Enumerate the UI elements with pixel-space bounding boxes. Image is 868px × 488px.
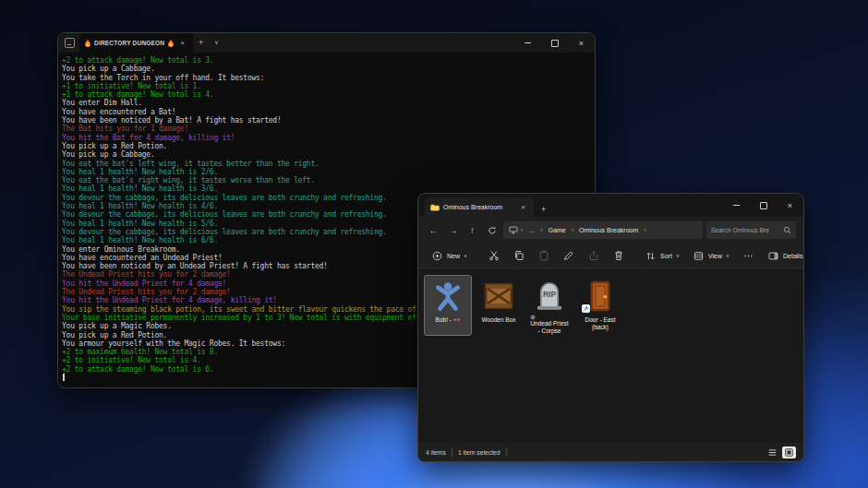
explorer-window: Ominous Breakroom × + × ← → ↑ › … xyxy=(417,193,804,462)
chevron-down-icon: ∨ xyxy=(676,253,680,258)
folder-icon xyxy=(430,204,440,211)
door-icon xyxy=(583,279,618,314)
view-icon xyxy=(693,250,705,262)
chevron-down-icon: ∨ xyxy=(464,253,467,258)
terminal-line: You pick up a Red Potion. xyxy=(62,142,595,150)
refresh-icon[interactable] xyxy=(484,226,500,235)
delete-button[interactable] xyxy=(607,247,630,265)
file-name: Bob! - ♥♥ xyxy=(436,316,461,324)
explorer-tabbar[interactable]: Ominous Breakroom × + × xyxy=(418,194,803,217)
terminal-line: You pick up a Cabbage. xyxy=(62,150,595,159)
details-button-label: Details xyxy=(783,253,802,259)
view-button[interactable]: View ∨ xyxy=(687,247,735,265)
sort-button[interactable]: Sort ∨ xyxy=(639,247,685,265)
tab-dropdown-button[interactable]: ∨ xyxy=(209,37,223,49)
terminal-app-icon xyxy=(65,38,75,48)
breadcrumb-chevron: › xyxy=(572,227,573,233)
new-icon xyxy=(431,250,443,262)
rename-icon xyxy=(562,250,574,262)
share-icon xyxy=(587,250,599,262)
status-divider xyxy=(506,448,507,457)
flame-icon xyxy=(167,39,175,47)
crate-icon xyxy=(481,279,516,314)
item-count: 4 items xyxy=(426,449,446,456)
ellipsis-icon xyxy=(742,250,754,262)
computer-icon xyxy=(509,226,518,234)
terminal-titlebar[interactable]: DIRECTORY DUNGEON × + ∨ × xyxy=(58,33,595,53)
terminal-line: You hit the Bat for 4 damage, killing it… xyxy=(62,134,595,142)
breadcrumb-ominous-breakroom[interactable]: Ominous Breakroom xyxy=(576,226,641,234)
back-icon[interactable]: ← xyxy=(426,225,441,235)
terminal-line: You enter Dim Hall. xyxy=(62,99,595,107)
explorer-tab-title: Ominous Breakroom xyxy=(443,204,514,210)
copy-button[interactable] xyxy=(507,247,530,265)
file-list[interactable]: Bob! - ♥♥Wooden BoxRIP Undead Priest- Co… xyxy=(418,268,803,443)
details-button[interactable]: Details xyxy=(762,247,804,265)
sort-icon xyxy=(645,250,657,262)
tombstone-icon: RIP xyxy=(532,279,567,312)
health-hearts: ♥♥ xyxy=(453,316,461,323)
file-item[interactable]: Wooden Box xyxy=(475,275,523,336)
terminal-line: You eat the bat's right wing, it tastes … xyxy=(62,176,595,184)
tab-close-icon[interactable]: × xyxy=(177,39,187,48)
close-button[interactable]: × xyxy=(777,194,803,217)
cut-button[interactable] xyxy=(482,247,505,265)
terminal-tab-title: DIRECTORY DUNGEON xyxy=(94,40,164,46)
terminal-line: +1 to initiative! New total is 1. xyxy=(62,82,595,90)
terminal-line: You pick up a Cabbage. xyxy=(62,65,595,73)
terminal-line: You eat the bat's left wing, it tastes b… xyxy=(62,160,595,168)
minimize-button[interactable] xyxy=(514,33,541,53)
cut-icon xyxy=(488,250,500,262)
minimize-button[interactable] xyxy=(723,194,750,217)
more-options-button[interactable] xyxy=(737,247,760,265)
maximize-button[interactable] xyxy=(750,194,777,217)
file-name: Door - East(back) xyxy=(585,316,616,331)
selection-count: 1 item selected xyxy=(458,449,500,456)
terminal-line: You take the Torch in your off hand. It … xyxy=(62,74,595,82)
svg-text:RIP: RIP xyxy=(543,290,557,299)
paste-icon xyxy=(537,250,549,262)
terminal-line: You heal 1 health! New health is 2/6. xyxy=(62,168,595,176)
maximize-button[interactable] xyxy=(541,33,568,53)
new-button[interactable]: New ∨ xyxy=(426,247,473,265)
tab-close-icon[interactable]: × xyxy=(518,203,528,212)
breadcrumb-game[interactable]: Game xyxy=(546,226,569,234)
explorer-toolbar: New ∨ xyxy=(418,244,803,268)
search-input[interactable]: Search Ominous Bre xyxy=(711,227,780,233)
chevron-down-icon: ∨ xyxy=(726,253,729,258)
new-tab-button[interactable]: + xyxy=(534,205,553,217)
address-bar[interactable]: › … › Game › Ominous Breakroom › xyxy=(503,221,703,239)
terminal-tab[interactable]: DIRECTORY DUNGEON × xyxy=(79,33,193,53)
view-button-label: View xyxy=(708,253,722,259)
sort-button-label: Sort xyxy=(660,253,672,259)
paste-button[interactable] xyxy=(532,247,555,265)
explorer-statusbar: 4 items 1 item selected xyxy=(418,443,803,461)
details-pane-icon xyxy=(767,250,779,262)
file-item[interactable]: RIP Undead Priest- Corpse xyxy=(525,275,573,336)
forward-icon[interactable]: → xyxy=(445,225,461,235)
explorer-tab[interactable]: Ominous Breakroom × xyxy=(425,197,534,217)
delete-icon xyxy=(612,250,624,262)
desktop-wallpaper: DIRECTORY DUNGEON × + ∨ × +2 to attack d… xyxy=(0,0,868,488)
breadcrumb-chevron: › xyxy=(540,227,542,233)
file-item[interactable]: Door - East(back) xyxy=(576,275,624,336)
copy-icon xyxy=(512,250,524,262)
file-name: Wooden Box xyxy=(481,316,515,324)
flame-icon xyxy=(84,39,91,47)
rename-button[interactable] xyxy=(557,247,580,265)
shortcut-arrow-icon xyxy=(582,304,590,313)
terminal-line: The Bat hits you for 1 damage! xyxy=(62,125,595,133)
terminal-line: +2 to attack damage! New total is 3. xyxy=(62,56,595,65)
search-box[interactable]: Search Ominous Bre xyxy=(706,221,796,239)
close-button[interactable]: × xyxy=(568,33,595,53)
file-item[interactable]: Bob! - ♥♥ xyxy=(424,275,472,336)
breadcrumb-overflow[interactable]: … xyxy=(525,226,537,234)
share-button[interactable] xyxy=(582,247,605,265)
list-view-toggle[interactable] xyxy=(766,446,779,458)
terminal-line: +1 to attack damage! New total is 4. xyxy=(62,90,595,99)
up-icon[interactable]: ↑ xyxy=(464,225,480,235)
file-name: Undead Priest- Corpse xyxy=(530,315,568,335)
person-icon xyxy=(430,279,465,314)
thumbnail-view-toggle[interactable] xyxy=(782,446,796,458)
new-tab-button[interactable]: + xyxy=(193,37,209,49)
